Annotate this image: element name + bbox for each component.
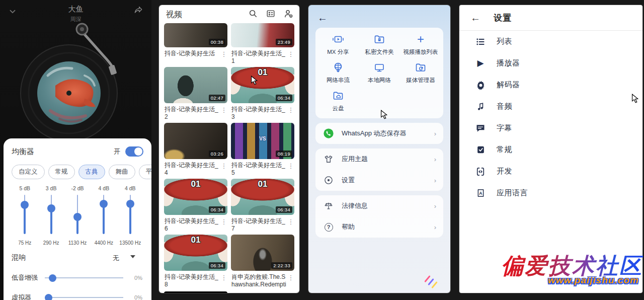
shortcut-network-stream[interactable]: 网络串流 [317,61,359,84]
checklist-icon [474,145,487,155]
menu-app-theme[interactable]: 应用主题 › [315,148,443,170]
view-mode-icon[interactable] [266,9,275,20]
preset-chip-flat[interactable]: 平淡 [139,165,152,179]
local-network-icon [373,61,385,74]
equalizer-on-label: 开 [114,147,120,156]
back-arrow-icon[interactable]: ← [470,13,480,23]
video-list-panel: 视频 00:38 抖音-记录美好生活⋮ 23:49 抖音-记录美好生活_1⋮ 0… [159,5,299,293]
play-icon: ▶ [474,59,487,67]
equalizer-title: 均衡器 [12,147,114,157]
mx-share-icon [332,33,344,46]
more-menu-icon[interactable]: ⋮ [287,106,294,121]
watermark-text: 偏爱技术社区 [501,255,643,277]
chevron-right-icon: › [434,223,436,231]
settings-item-decoder[interactable]: 解码器 [459,74,642,96]
chevron-right-icon: › [434,130,436,137]
menu-legal-info[interactable]: 法律信息 › [315,195,443,216]
reverb-value[interactable]: 无 [113,254,119,263]
music-note-icon [474,102,487,111]
band-slider-thumb[interactable] [47,204,55,212]
svg-text:A: A [479,191,482,196]
search-icon[interactable] [249,9,258,20]
band-13500hz: 4 dB 13500 Hz [117,185,143,246]
watermark-streaks-decoration [427,280,435,289]
video-item[interactable]: 0106:34 抖音-记录美好生活_8⋮ [164,235,227,289]
menu-whatsapp-saver[interactable]: WhatsApp 动态保存器 › [315,123,443,144]
settings-title: 设置 [494,12,512,24]
bass-boost-slider[interactable] [45,274,123,282]
menu-help[interactable]: ? 帮助 › [315,216,443,238]
video-item[interactable]: 2:22:33 肖申克的救赎.The.Shawshank.Redemption.… [231,235,294,289]
more-menu-icon[interactable]: ⋮ [220,50,227,58]
reverb-dropdown-caret-icon[interactable] [130,255,135,258]
preset-chip-classical[interactable]: 古典 [78,165,105,179]
video-list-title: 视频 [166,10,249,20]
more-menu-icon[interactable]: ⋮ [220,273,227,288]
preset-chip-dance[interactable]: 舞曲 [109,165,135,179]
shortcut-mx-share[interactable]: MX 分享 [317,33,359,56]
duration-badge: 03:26 [209,151,225,157]
more-menu-icon[interactable]: ⋮ [220,106,227,121]
cloud-drive-icon [332,89,344,102]
virtualizer-slider[interactable] [45,293,123,300]
video-item[interactable]: 00:38 抖音-记录美好生活⋮ [164,23,227,65]
mouse-cursor [631,94,639,103]
more-menu-icon[interactable]: ⋮ [287,162,294,177]
more-menu-icon[interactable]: ⋮ [220,217,227,233]
video-item[interactable]: 0106:34 抖音-记录美好生活_3⋮ [231,67,294,121]
band-slider-thumb[interactable] [21,201,29,209]
settings-item-developer[interactable]: 开发 [459,161,642,182]
video-item-partial[interactable] [164,291,227,293]
theme-tshirt-icon [323,154,335,164]
band-slider-thumb[interactable] [73,213,82,221]
song-title: 大鱼 [0,5,151,14]
back-arrow-icon[interactable]: ← [317,13,443,23]
more-menu-icon[interactable]: ⋮ [220,162,227,177]
band-4400hz: 4 dB 4400 Hz [91,185,117,246]
settings-item-list[interactable]: 列表 [459,31,642,52]
shortcut-private-folder[interactable]: 私密文件夹 [359,33,400,56]
video-item[interactable]: 02:47 抖音-记录美好生活_2⋮ [164,67,227,121]
more-menu-icon[interactable]: ⋮ [287,50,294,65]
settings-panel: ← 设置 列表 ▶ 播放器 解码器 音频 字幕 常规 [459,5,642,293]
virtualizer-value: 0% [129,294,142,300]
chevron-right-icon: › [434,156,436,163]
more-menu-icon[interactable]: ⋮ [287,217,294,233]
profile-settings-icon[interactable] [284,9,293,21]
video-item[interactable]: 0106:34 抖音-记录美好生活_7⋮ [231,179,294,233]
duration-badge: 23:49 [276,39,292,45]
duration-badge: 06:34 [209,206,225,213]
share-icon[interactable] [133,5,143,17]
settings-item-player[interactable]: ▶ 播放器 [459,52,642,74]
equalizer-toggle[interactable] [125,146,143,157]
code-brackets-icon [474,167,487,177]
shortcut-cloud-drive[interactable]: 云盘 [317,89,359,112]
settings-circle-icon [323,175,335,185]
settings-item-app-language[interactable]: A 应用语言 [459,182,642,204]
song-artist: 周深 [0,16,151,23]
more-menu-icon[interactable]: ⋮ [287,273,294,289]
whatsapp-icon [323,128,335,139]
video-item[interactable]: VS08:19 抖音-记录美好生活_5⋮ [231,123,294,177]
video-item[interactable]: 03:26 抖音-记录美好生活_4⋮ [164,123,227,177]
band-slider-thumb[interactable] [100,200,108,208]
duration-badge: 06:34 [209,262,225,269]
watermark: 偏爱技术社区 www.paijishu.com [501,255,643,286]
band-1130hz: -2 dB 1130 Hz [64,185,91,246]
shortcut-media-manager[interactable]: 媒体管理器 [400,61,441,84]
menu-settings[interactable]: 设置 › [315,170,443,191]
settings-item-audio[interactable]: 音频 [459,96,642,117]
shortcut-video-playlist[interactable]: + 视频播放列表 [400,33,441,56]
preset-chip-normal[interactable]: 常规 [48,165,75,179]
settings-item-subtitle[interactable]: 字幕 [459,117,642,139]
video-item[interactable]: 0106:34 抖音-记录美好生活_6⋮ [164,179,227,233]
bass-boost-value: 0% [129,275,142,281]
shortcut-local-network[interactable]: 本地网络 [359,61,400,84]
settings-item-general[interactable]: 常规 [459,139,642,161]
band-290hz: 3 dB 290 Hz [38,185,64,246]
preset-chip-custom[interactable]: 自定义 [12,165,45,179]
duration-badge: 2:22:33 [271,262,292,269]
band-slider-thumb[interactable] [126,200,134,208]
video-item[interactable]: 23:49 抖音-记录美好生活_1⋮ [231,23,294,65]
list-icon [474,37,487,47]
